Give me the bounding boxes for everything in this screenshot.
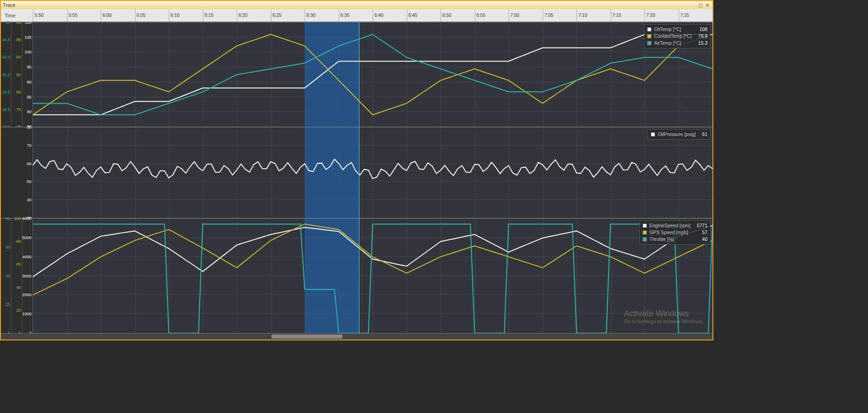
legend-row[interactable]: OilPressure [psig]61 bbox=[651, 131, 707, 138]
y-tick: 65 bbox=[5, 245, 10, 250]
y-tick: 86 bbox=[16, 37, 21, 42]
time-tick: 6:55 bbox=[475, 9, 485, 21]
legend-speed: EngineSpeed [rpm]5771GPS Speed [mph]57Th… bbox=[639, 220, 711, 245]
time-tick: 7:15 bbox=[611, 9, 621, 21]
y-tick: 4000 bbox=[22, 255, 31, 259]
time-axis-ticks[interactable]: 5:505:556:006:056:106:156:206:256:306:35… bbox=[33, 9, 712, 21]
trace-line bbox=[33, 34, 712, 115]
trace-line bbox=[33, 34, 712, 115]
time-tick: 7:25 bbox=[679, 9, 689, 21]
legend-row[interactable]: EngineSpeed [rpm]5771 bbox=[643, 222, 707, 229]
legend-value: 5771 bbox=[693, 222, 707, 229]
y-tick: 82 bbox=[16, 73, 21, 77]
y-tick: 1000 bbox=[22, 312, 31, 316]
y-tick: 20.5 bbox=[2, 73, 10, 77]
trace-window: Trace ▢ ✕ Time 5:505:556:006:056:106:156… bbox=[0, 0, 713, 340]
y-tick: 100 bbox=[14, 216, 21, 221]
y-tick: 22.5 bbox=[2, 55, 10, 59]
time-tick: 5:55 bbox=[67, 9, 78, 21]
y-tick: 85 bbox=[5, 216, 10, 221]
time-tick: 6:35 bbox=[339, 9, 349, 21]
maximize-icon[interactable]: ▢ bbox=[697, 2, 703, 8]
yaxes-oilpressure: 304050607080 bbox=[1, 127, 33, 218]
time-tick: 6:40 bbox=[373, 9, 383, 21]
y-tick: 80 bbox=[16, 239, 21, 244]
scrollbar-thumb[interactable] bbox=[271, 335, 343, 339]
legend-oilpressure: OilPressure [psig]61 bbox=[648, 129, 711, 140]
time-tick: 6:15 bbox=[203, 9, 213, 21]
time-tick: 6:25 bbox=[271, 9, 281, 21]
yaxes-speed: 5254565850204060801000100020003000400050… bbox=[1, 219, 33, 333]
pane-oilpressure: 304050607080 OilPressure [psig]61 bbox=[1, 127, 712, 218]
y-tick: 26 bbox=[5, 20, 10, 25]
y-tick: 25 bbox=[5, 302, 10, 307]
horizontal-scrollbar[interactable] bbox=[1, 333, 712, 340]
time-tick: 6:50 bbox=[441, 9, 451, 21]
pane-temps: 14.516.518.520.522.524.52676788082848688… bbox=[1, 22, 712, 127]
y-tick: 80 bbox=[27, 125, 31, 130]
time-tick: 5:50 bbox=[33, 9, 43, 21]
time-tick: 6:45 bbox=[407, 9, 417, 21]
trace-line bbox=[33, 159, 712, 179]
y-tick: 80 bbox=[27, 110, 31, 114]
time-tick: 7:30 bbox=[712, 9, 723, 21]
y-tick: 20 bbox=[16, 308, 21, 313]
plot-oilpressure[interactable]: OilPressure [psig]61 bbox=[33, 127, 712, 218]
y-tick: 40 bbox=[16, 285, 21, 290]
time-tick: 6:30 bbox=[305, 9, 315, 21]
y-tick: 2000 bbox=[22, 293, 31, 297]
time-tick: 6:10 bbox=[169, 9, 179, 21]
y-tick: 50 bbox=[27, 179, 31, 184]
legend-value: 57 bbox=[698, 229, 707, 236]
trace-line bbox=[33, 34, 712, 115]
y-tick: 80 bbox=[16, 90, 21, 94]
time-axis-header: Time 5:505:556:006:056:106:156:206:256:3… bbox=[1, 9, 712, 22]
legend-value: 15.3 bbox=[695, 40, 707, 47]
legend-label: Throttle [%] bbox=[650, 236, 674, 243]
time-axis-label: Time bbox=[1, 13, 33, 18]
y-tick: 70 bbox=[27, 143, 31, 148]
legend-label: CoolantTemp [°C] bbox=[654, 33, 691, 40]
y-tick: 3000 bbox=[22, 274, 31, 278]
legend-swatch bbox=[647, 34, 651, 38]
y-tick: 110 bbox=[25, 20, 31, 25]
legend-row[interactable]: Throttle [%]40 bbox=[643, 236, 707, 243]
legend-swatch bbox=[647, 41, 651, 45]
y-tick: 85 bbox=[27, 95, 31, 99]
y-tick: 24.5 bbox=[2, 37, 10, 42]
legend-row[interactable]: AirTemp [°C]15.3 bbox=[647, 40, 707, 47]
chart-panes: 14.516.518.520.522.524.52676788082848688… bbox=[1, 22, 712, 340]
y-tick: 90 bbox=[27, 80, 31, 84]
close-icon[interactable]: ✕ bbox=[704, 2, 711, 8]
legend-swatch bbox=[643, 230, 647, 235]
y-tick: 16.5 bbox=[2, 107, 10, 112]
y-tick: 40 bbox=[27, 198, 31, 202]
legend-value: 61 bbox=[698, 131, 707, 138]
titlebar[interactable]: Trace ▢ ✕ bbox=[1, 1, 712, 9]
plot-speed[interactable]: EngineSpeed [rpm]5771GPS Speed [mph]57Th… bbox=[33, 219, 712, 333]
window-title: Trace bbox=[3, 2, 696, 8]
legend-swatch bbox=[643, 224, 647, 228]
y-tick: 45 bbox=[5, 274, 10, 278]
legend-label: EngineSpeed [rpm] bbox=[650, 222, 691, 229]
y-tick: 5000 bbox=[22, 235, 31, 240]
plot-temps[interactable]: OilTemp [°C]108CoolantTemp [°C]79.9AirTe… bbox=[33, 22, 712, 127]
time-tick: 6:20 bbox=[237, 9, 247, 21]
y-tick: 84 bbox=[16, 55, 21, 59]
pane-speed: 5254565850204060801000100020003000400050… bbox=[1, 218, 712, 333]
legend-value: 108 bbox=[696, 26, 707, 33]
time-tick: 6:00 bbox=[101, 9, 111, 21]
legend-temps: OilTemp [°C]108CoolantTemp [°C]79.9AirTe… bbox=[644, 24, 711, 48]
legend-label: OilPressure [psig] bbox=[658, 131, 696, 138]
y-tick: 60 bbox=[16, 262, 21, 267]
legend-row[interactable]: CoolantTemp [°C]79.9 bbox=[647, 33, 707, 40]
time-tick: 7:00 bbox=[509, 9, 519, 21]
legend-value: 40 bbox=[698, 236, 707, 243]
legend-label: AirTemp [°C] bbox=[654, 40, 681, 47]
legend-value: 79.9 bbox=[695, 33, 707, 40]
legend-label: GPS Speed [mph] bbox=[650, 229, 688, 236]
y-tick: 105 bbox=[25, 35, 31, 40]
y-tick: 18.5 bbox=[2, 90, 10, 94]
legend-row[interactable]: OilTemp [°C]108 bbox=[647, 26, 707, 33]
legend-row[interactable]: GPS Speed [mph]57 bbox=[643, 229, 707, 236]
